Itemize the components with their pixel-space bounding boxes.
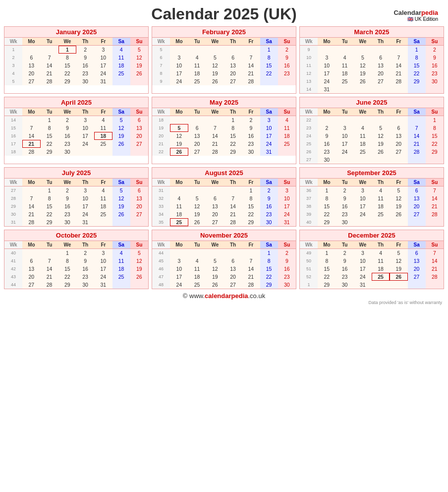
day-cell: 22 xyxy=(41,140,58,148)
month-title: October 2025 xyxy=(4,230,148,241)
day-cell: 8 xyxy=(41,194,58,202)
day-cell: 4 xyxy=(94,116,112,124)
day-cell: 23 xyxy=(278,273,296,281)
col-header-fr: Fr xyxy=(94,38,112,46)
day-cell: 12 xyxy=(390,257,407,265)
month-title: May 2025 xyxy=(152,97,296,108)
day-cell: 31 xyxy=(94,281,112,289)
day-cell: 15 xyxy=(41,132,58,140)
day-cell: 11 xyxy=(188,265,206,273)
uk-flag-line: 🇬🇧 UK Edition xyxy=(393,16,438,22)
day-cell: 11 xyxy=(94,194,112,202)
day-cell: 25 xyxy=(278,140,296,148)
week-number: 16 xyxy=(4,132,22,140)
day-cell: 26 xyxy=(390,273,407,281)
day-cell xyxy=(426,218,444,226)
day-cell: 14 xyxy=(41,62,58,69)
week-number: 1 xyxy=(300,281,318,289)
week-number: 39 xyxy=(300,210,318,218)
day-cell: 28 xyxy=(41,77,58,85)
week-number: 18 xyxy=(152,116,170,124)
col-header-su: Su xyxy=(278,241,296,249)
day-cell: 22 xyxy=(408,69,426,77)
day-cell: 24 xyxy=(260,140,278,148)
day-cell: 30 xyxy=(336,218,354,226)
day-cell: 30 xyxy=(336,281,354,289)
month-block: October 2025WkMoTuWeThFrSaSu401234541678… xyxy=(4,230,149,289)
day-cell: 5 xyxy=(390,186,407,195)
day-cell: 14 xyxy=(206,132,224,140)
week-number: 11 xyxy=(300,62,318,69)
col-header-wk: Wk xyxy=(4,108,22,116)
col-header-th: Th xyxy=(224,38,242,46)
day-cell: 16 xyxy=(76,265,94,273)
week-number: 33 xyxy=(152,202,170,210)
week-number: 40 xyxy=(4,249,22,257)
day-cell: 10 xyxy=(354,257,372,265)
week-number: 52 xyxy=(300,273,318,281)
col-header-su: Su xyxy=(130,241,148,249)
day-cell: 17 xyxy=(94,62,112,69)
day-cell: 23 xyxy=(76,69,94,77)
day-cell: 24 xyxy=(94,69,112,77)
day-cell: 5 xyxy=(390,249,407,257)
day-cell: 8 xyxy=(260,257,278,265)
day-cell: 1 xyxy=(41,186,58,195)
day-cell: 5 xyxy=(130,46,148,54)
day-cell: 25 xyxy=(170,218,188,226)
day-cell xyxy=(426,85,444,93)
week-number: 19 xyxy=(152,124,170,132)
day-cell: 21 xyxy=(22,140,40,148)
brand-name: Calendarpedia xyxy=(393,9,438,16)
day-cell: 24 xyxy=(94,273,112,281)
month-table: WkMoTuWeThFrSaSu441245345678946101112131… xyxy=(152,241,296,289)
day-cell: 29 xyxy=(224,148,242,156)
month-title: December 2025 xyxy=(300,230,444,241)
col-header-mo: Mo xyxy=(170,38,188,46)
day-cell: 7 xyxy=(22,194,40,202)
day-cell: 6 xyxy=(224,257,242,265)
day-cell: 14 xyxy=(390,62,407,69)
day-cell: 16 xyxy=(336,202,354,210)
day-cell: 25 xyxy=(372,273,390,281)
day-cell: 9 xyxy=(318,132,336,140)
day-cell: 4 xyxy=(94,186,112,195)
day-cell: 3 xyxy=(354,186,372,195)
day-cell: 8 xyxy=(58,257,76,265)
day-cell: 11 xyxy=(372,194,390,202)
month-block: May 2025WkMoTuWeThFrSaSu1812341956789101… xyxy=(152,97,296,164)
day-cell: 20 xyxy=(130,132,148,140)
day-cell: 4 xyxy=(170,194,188,202)
col-header-we: We xyxy=(206,108,224,116)
col-header-wk: Wk xyxy=(152,38,170,46)
day-cell xyxy=(112,218,130,226)
col-header-wk: Wk xyxy=(152,179,170,186)
day-cell: 30 xyxy=(76,77,94,85)
day-cell: 23 xyxy=(318,148,336,156)
col-header-th: Th xyxy=(224,179,242,186)
col-header-tu: Tu xyxy=(336,108,354,116)
day-cell: 8 xyxy=(41,124,58,132)
month-block: July 2025WkMoTuWeThFrSaSu271234562878910… xyxy=(4,167,149,227)
col-header-th: Th xyxy=(224,241,242,249)
day-cell: 13 xyxy=(22,62,40,69)
day-cell xyxy=(170,186,188,195)
day-cell: 5 xyxy=(112,186,130,195)
col-header-wk: Wk xyxy=(300,38,318,46)
week-number: 14 xyxy=(4,116,22,124)
day-cell: 20 xyxy=(408,265,426,273)
day-cell: 16 xyxy=(336,265,354,273)
col-header-tu: Tu xyxy=(41,108,58,116)
day-cell: 30 xyxy=(58,148,76,156)
day-cell: 22 xyxy=(318,273,336,281)
day-cell xyxy=(206,249,224,257)
day-cell: 24 xyxy=(318,77,336,85)
week-number: 3 xyxy=(4,62,22,69)
day-cell: 5 xyxy=(188,194,206,202)
day-cell: 29 xyxy=(318,218,336,226)
day-cell: 30 xyxy=(260,218,278,226)
col-header-th: Th xyxy=(224,108,242,116)
day-cell xyxy=(206,116,224,124)
week-number: 9 xyxy=(300,46,318,54)
day-cell: 11 xyxy=(112,54,130,62)
